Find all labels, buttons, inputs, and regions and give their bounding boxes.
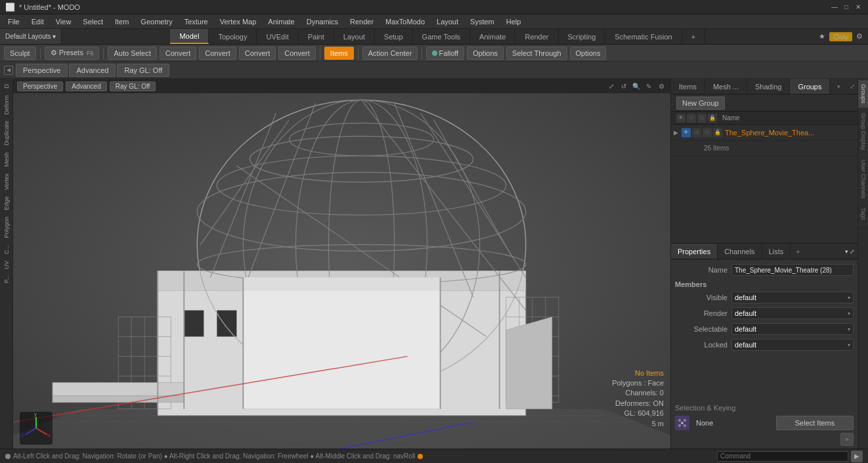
sidebar-item-mesh[interactable]: Mesh xyxy=(2,150,11,169)
falloff-button[interactable]: Falloff xyxy=(426,47,464,60)
prop-tab-add[interactable]: + xyxy=(791,244,805,259)
tab-schematic[interactable]: Schematic Fusion xyxy=(605,29,682,44)
name-prop-row: Name The_Sphere_Movie_Theatre (28) xyxy=(675,263,854,276)
presets-button[interactable]: ⚙ Presets F6 xyxy=(45,47,100,60)
convert-btn-3[interactable]: Convert xyxy=(239,47,276,60)
tab-topology[interactable]: Topology xyxy=(209,29,257,44)
menu-select[interactable]: Select xyxy=(77,16,108,27)
menu-dynamics[interactable]: Dynamics xyxy=(301,16,343,27)
viewport-fullscreen-icon[interactable]: ⤢ xyxy=(606,81,617,91)
visible-dropdown[interactable]: default ▾ xyxy=(731,292,854,303)
action-center-button[interactable]: Action Center xyxy=(362,47,418,60)
viewport-advanced-button[interactable]: Advanced xyxy=(66,81,106,91)
sidebar-item-d[interactable]: D xyxy=(2,81,11,91)
menu-edit[interactable]: Edit xyxy=(26,16,49,27)
prop-tab-lists[interactable]: Lists xyxy=(762,244,791,259)
viewport-settings-icon[interactable]: ⚙ xyxy=(656,81,666,91)
prop-tab-channels[interactable]: Channels xyxy=(718,244,762,259)
perspective-button[interactable]: Perspective xyxy=(16,64,68,77)
menu-help[interactable]: Help xyxy=(501,16,527,27)
prop-tab-expand[interactable]: ▾ ⤢ xyxy=(842,244,857,259)
new-group-button[interactable]: New Group xyxy=(676,97,725,110)
rs-tab-user-channels[interactable]: User Channels xyxy=(858,156,868,204)
panel-fullscreen[interactable]: ⤢ xyxy=(847,79,857,94)
only-button[interactable]: Only xyxy=(829,32,852,41)
render-dropdown[interactable]: default ▾ xyxy=(731,307,854,319)
rs-tab-groups[interactable]: Groups xyxy=(858,80,868,108)
sidebar-item-p[interactable]: P... xyxy=(2,273,11,286)
viewport-reset-icon[interactable]: ↺ xyxy=(618,81,629,91)
minimize-button[interactable]: — xyxy=(830,3,839,12)
convert-btn-4[interactable]: Convert xyxy=(278,47,316,60)
groups-header: New Group xyxy=(671,95,857,112)
tab-animate[interactable]: Animate xyxy=(470,29,515,44)
menu-maxtomodo[interactable]: MaxToModo xyxy=(380,16,430,27)
command-input[interactable] xyxy=(717,451,848,462)
items-button[interactable]: Items xyxy=(324,47,354,60)
sidebar-item-deform[interactable]: Deform xyxy=(2,93,11,118)
sidebar-item-c[interactable]: C... xyxy=(2,242,11,257)
menu-texture[interactable]: Texture xyxy=(179,16,213,27)
panel-tab-mesh[interactable]: Mesh ... xyxy=(705,79,747,94)
convert-label-2: Convert xyxy=(205,49,230,57)
rs-tab-tags[interactable]: Tags xyxy=(858,204,868,225)
tab-gametools[interactable]: Game Tools xyxy=(413,29,471,44)
menu-vertexmap[interactable]: Vertex Map xyxy=(215,16,262,27)
auto-select-button[interactable]: Auto Select xyxy=(108,47,156,60)
tab-layout[interactable]: Layout xyxy=(334,29,375,44)
tab-scripting[interactable]: Scripting xyxy=(559,29,606,44)
viewport-zoom-icon[interactable]: 🔍 xyxy=(631,81,641,91)
tab-paint[interactable]: Paint xyxy=(299,29,334,44)
viewport[interactable]: Perspective Advanced Ray GL: Off ⤢ ↺ 🔍 ✎… xyxy=(13,79,670,449)
menu-view[interactable]: View xyxy=(51,16,77,27)
close-button[interactable]: ✕ xyxy=(854,3,863,12)
panel-expand-icon[interactable]: ▾ xyxy=(833,79,844,94)
menu-system[interactable]: System xyxy=(465,16,500,27)
tab-add[interactable]: + xyxy=(682,29,705,44)
prop-tab-properties[interactable]: Properties xyxy=(671,244,718,259)
tab-uvedit[interactable]: UVEdit xyxy=(257,29,298,44)
sidebar-item-vertex[interactable]: Vertex xyxy=(2,171,11,193)
menu-item[interactable]: Item xyxy=(110,16,134,27)
tab-render[interactable]: Render xyxy=(515,29,558,44)
group-row-sphere[interactable]: ▶ 👁 ○ □ 🔒 The_Sphere_Movie_Thea... xyxy=(671,125,857,141)
sidebar-item-uv[interactable]: UV xyxy=(2,258,11,272)
menu-layout[interactable]: Layout xyxy=(431,16,464,27)
panel-tab-shading[interactable]: Shading xyxy=(747,79,790,94)
select-items-button[interactable]: Select Items xyxy=(776,416,854,430)
panel-tab-groups[interactable]: Groups xyxy=(790,79,830,94)
toolbar1: Sculpt ⚙ Presets F6 Auto Select Convert … xyxy=(0,45,868,62)
sidebar-item-polygon[interactable]: Polygon xyxy=(2,214,11,241)
star-icon: ★ xyxy=(819,32,825,41)
ray-gl-button[interactable]: Ray GL: Off xyxy=(117,64,169,77)
advanced-button[interactable]: Advanced xyxy=(69,64,116,77)
convert-btn-2[interactable]: Convert xyxy=(199,47,236,60)
options-btn-2[interactable]: Options xyxy=(570,47,607,60)
menu-file[interactable]: File xyxy=(3,16,25,27)
convert-btn-1[interactable]: Convert xyxy=(160,47,197,60)
sculpt-button[interactable]: Sculpt xyxy=(4,47,36,60)
menu-geometry[interactable]: Geometry xyxy=(135,16,177,27)
maximize-button[interactable]: □ xyxy=(842,3,851,12)
panel-tab-items[interactable]: Items xyxy=(671,79,705,94)
name-value[interactable]: The_Sphere_Movie_Theatre (28) xyxy=(731,264,854,276)
viewport-raygl-button[interactable]: Ray GL: Off xyxy=(110,81,156,91)
tab-setup[interactable]: Setup xyxy=(375,29,413,44)
selectable-dropdown[interactable]: default ▾ xyxy=(731,323,854,335)
keying-expand-button[interactable]: » xyxy=(840,433,854,446)
select-through-button[interactable]: Select Through xyxy=(506,47,567,60)
toolbar2-toggle[interactable]: ◀ xyxy=(4,66,13,75)
options-btn-1[interactable]: Options xyxy=(467,47,504,60)
viewport-edit-icon[interactable]: ✎ xyxy=(643,81,654,91)
viewport-perspective-button[interactable]: Perspective xyxy=(17,81,63,91)
locked-dropdown[interactable]: default ▾ xyxy=(731,339,854,351)
tab-model[interactable]: Model xyxy=(170,29,209,44)
tab-default-layouts[interactable]: Default Layouts ▾ xyxy=(0,29,62,44)
command-execute-button[interactable]: ▶ xyxy=(851,451,863,462)
sidebar-item-edge[interactable]: Edge xyxy=(2,194,11,213)
sidebar-item-duplicate[interactable]: Duplicate xyxy=(2,118,11,148)
menu-animate[interactable]: Animate xyxy=(263,16,299,27)
rs-tab-group-display[interactable]: Group Display xyxy=(858,109,868,155)
menu-render[interactable]: Render xyxy=(345,16,379,27)
settings-icon[interactable]: ⚙ xyxy=(856,32,863,41)
